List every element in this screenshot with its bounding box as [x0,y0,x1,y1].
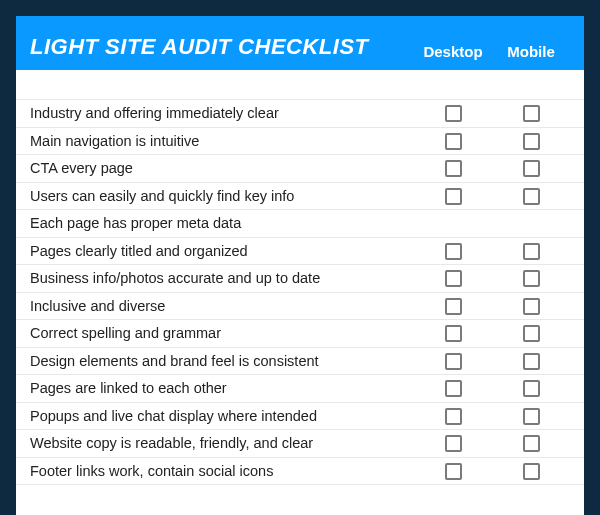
desktop-cell [414,462,492,480]
checklist-item-label: Each page has proper meta data [30,211,414,235]
checkbox-mobile[interactable] [523,160,540,177]
desktop-cell [414,269,492,287]
checklist-row: Pages clearly titled and organized [16,238,584,266]
checklist-row: CTA every page [16,155,584,183]
checklist-item-label: Pages are linked to each other [30,376,414,400]
desktop-cell [414,297,492,315]
checkbox-mobile[interactable] [523,133,540,150]
checklist-item-label: Business info/photos accurate and up to … [30,266,414,290]
mobile-cell [492,407,570,425]
mobile-cell [492,324,570,342]
mobile-cell [492,104,570,122]
mobile-cell [492,462,570,480]
checklist-item-label: Pages clearly titled and organized [30,239,414,263]
desktop-cell [414,187,492,205]
checklist-item-label: Website copy is readable, friendly, and … [30,431,414,455]
desktop-cell [414,407,492,425]
checkbox-mobile[interactable] [523,353,540,370]
checklist-item-label [30,81,414,89]
checklist-item-label: Industry and offering immediately clear [30,101,414,125]
checkbox-desktop[interactable] [445,160,462,177]
checkbox-desktop[interactable] [445,298,462,315]
mobile-cell [492,434,570,452]
checklist-body: Industry and offering immediately clearM… [16,70,584,515]
checklist-row: Business info/photos accurate and up to … [16,265,584,293]
mobile-cell [492,269,570,287]
checkbox-desktop[interactable] [445,270,462,287]
desktop-cell [414,104,492,122]
desktop-cell [414,242,492,260]
mobile-cell [492,297,570,315]
checkbox-mobile[interactable] [523,463,540,480]
checklist-title: LIGHT SITE AUDIT CHECKLIST [30,34,414,60]
checkbox-mobile[interactable] [523,270,540,287]
checklist-item-label: Inclusive and diverse [30,294,414,318]
column-header-mobile: Mobile [492,43,570,60]
mobile-cell [492,132,570,150]
checklist-row: Inclusive and diverse [16,293,584,321]
mobile-cell [492,159,570,177]
checklist-item-label: Main navigation is intuitive [30,129,414,153]
checkbox-mobile[interactable] [523,188,540,205]
desktop-cell [414,159,492,177]
checklist-item-label: Popups and live chat display where inten… [30,404,414,428]
checklist-item-label: Design elements and brand feel is consis… [30,349,414,373]
checklist-row: Design elements and brand feel is consis… [16,348,584,376]
checkbox-desktop[interactable] [445,105,462,122]
desktop-cell [414,132,492,150]
checklist-row [16,70,584,100]
checklist-row: Popups and live chat display where inten… [16,403,584,431]
checklist-row: Pages are linked to each other [16,375,584,403]
checkbox-mobile[interactable] [523,105,540,122]
checklist-item-label: CTA every page [30,156,414,180]
desktop-cell [414,324,492,342]
checkbox-desktop[interactable] [445,408,462,425]
checklist-row: Industry and offering immediately clear [16,100,584,128]
checklist-item-label: Correct spelling and grammar [30,321,414,345]
mobile-cell [492,379,570,397]
checkbox-mobile[interactable] [523,243,540,260]
checklist-item-label: Users can easily and quickly find key in… [30,184,414,208]
checklist-row: Users can easily and quickly find key in… [16,183,584,211]
checklist-row: Footer links work, contain social icons [16,458,584,486]
checklist-row: Correct spelling and grammar [16,320,584,348]
column-header-desktop: Desktop [414,43,492,60]
checklist-row: Each page has proper meta data [16,210,584,238]
checkbox-desktop[interactable] [445,188,462,205]
checkbox-mobile[interactable] [523,380,540,397]
checkbox-mobile[interactable] [523,298,540,315]
checkbox-desktop[interactable] [445,380,462,397]
checkbox-desktop[interactable] [445,463,462,480]
header-row: LIGHT SITE AUDIT CHECKLIST Desktop Mobil… [16,16,584,70]
checkbox-desktop[interactable] [445,243,462,260]
checkbox-mobile[interactable] [523,435,540,452]
checkbox-desktop[interactable] [445,353,462,370]
checkbox-desktop[interactable] [445,435,462,452]
spacer-row [16,485,584,505]
checklist-row: Main navigation is intuitive [16,128,584,156]
desktop-cell [414,352,492,370]
checklist-row: Website copy is readable, friendly, and … [16,430,584,458]
mobile-cell [492,352,570,370]
desktop-cell [414,379,492,397]
checkbox-desktop[interactable] [445,133,462,150]
desktop-cell [414,434,492,452]
mobile-cell [492,242,570,260]
checkbox-desktop[interactable] [445,325,462,342]
mobile-cell [492,187,570,205]
checkbox-mobile[interactable] [523,325,540,342]
checkbox-mobile[interactable] [523,408,540,425]
checklist-sheet: LIGHT SITE AUDIT CHECKLIST Desktop Mobil… [16,16,584,515]
checklist-item-label: Footer links work, contain social icons [30,459,414,483]
